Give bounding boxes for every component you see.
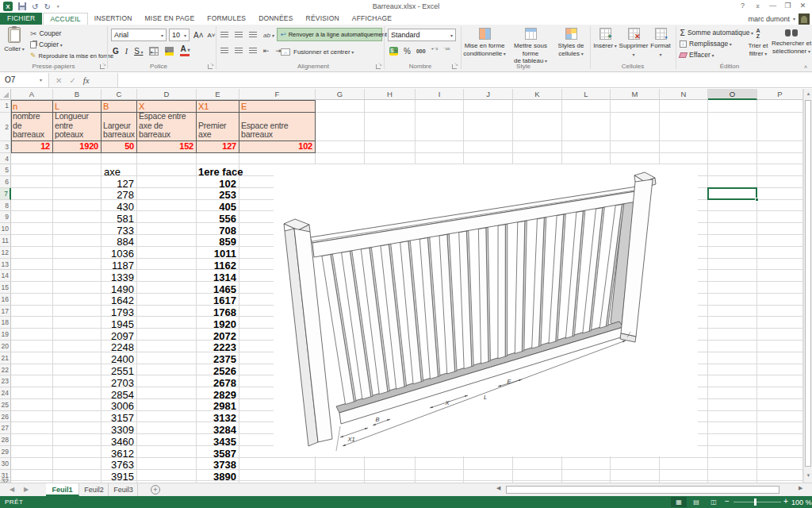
row-header-28[interactable]: 28 (0, 434, 11, 446)
zoom-slider-thumb[interactable] (754, 498, 756, 506)
cell-C17[interactable]: 1793 (102, 307, 134, 318)
cell-C19[interactable]: 2097 (102, 331, 134, 341)
horizontal-scrollbar[interactable] (504, 485, 796, 495)
cell-C5[interactable]: axe (104, 167, 135, 177)
cell-E6[interactable]: 102 (197, 179, 236, 189)
format-as-table-button[interactable]: Mettre sous formede tableau (506, 28, 555, 66)
ribbon-tab-accueil[interactable]: ACCUEIL (43, 13, 87, 25)
cell-E19[interactable]: 2072 (197, 331, 236, 341)
fill-handle[interactable] (755, 198, 759, 202)
row-header-16[interactable]: 16 (0, 294, 11, 306)
percent-icon[interactable]: % (404, 47, 411, 56)
sheet-tab-feuil2[interactable]: Feuil2 (80, 483, 109, 496)
bold-button[interactable]: G (113, 47, 119, 56)
cell-E31[interactable]: 3890 (197, 471, 236, 482)
thousands-icon[interactable]: 000 (416, 48, 426, 54)
enter-icon[interactable]: ✓ (69, 76, 75, 85)
user-account[interactable]: marc dumont ▾ (748, 13, 810, 25)
delete-cells-button[interactable]: ✕ Supprimer (619, 28, 649, 59)
wrap-text-button[interactable]: ↩ Renvoyer à la ligne automatiquement (277, 28, 382, 41)
ribbon-tab-mise-en-page[interactable]: MISE EN PAGE (139, 13, 201, 25)
cell-C18[interactable]: 1945 (102, 319, 134, 329)
row-header-9[interactable]: 9 (0, 211, 11, 223)
align-middle-icon[interactable] (235, 32, 243, 38)
cell-A2[interactable]: nombre de barreaux (11, 113, 53, 141)
excel-app-icon[interactable]: X (3, 2, 13, 11)
cell-C3[interactable]: 50 (102, 141, 137, 153)
cell-E29[interactable]: 3587 (197, 448, 236, 459)
cell-E14[interactable]: 1314 (197, 272, 236, 283)
sheet-tab-feuil1[interactable]: Feuil1 (46, 483, 79, 496)
cell-E7[interactable]: 253 (197, 190, 236, 200)
column-header-N[interactable]: N (660, 89, 708, 100)
copy-button[interactable]: Copier (30, 40, 63, 49)
cell-C6[interactable]: 127 (102, 179, 134, 189)
cell-C23[interactable]: 2703 (102, 378, 134, 388)
cell-F2[interactable]: Espace entre barreaux (239, 113, 316, 141)
number-dialog-launcher[interactable] (452, 64, 457, 69)
column-header-I[interactable]: I (416, 89, 464, 100)
column-header-E[interactable]: E (197, 89, 239, 100)
insert-function-icon[interactable]: fx (83, 75, 90, 85)
close-icon[interactable]: ✕ (795, 1, 810, 11)
row-header-27[interactable]: 27 (0, 422, 11, 434)
zoom-out-icon[interactable]: − (725, 497, 730, 506)
row-header-26[interactable]: 26 (0, 411, 11, 423)
cell-E24[interactable]: 2829 (197, 390, 236, 400)
cell-C7[interactable]: 278 (102, 190, 134, 200)
row-header-2[interactable]: 2 (0, 113, 11, 141)
row-header-10[interactable]: 10 (0, 223, 11, 235)
cell-E10[interactable]: 708 (197, 225, 236, 236)
cut-button[interactable]: ✂ Couper (30, 29, 61, 38)
row-header-11[interactable]: 11 (0, 235, 11, 247)
fill-button[interactable]: Remplissage (680, 39, 732, 48)
row-header-20[interactable]: 20 (0, 341, 11, 352)
align-top-icon[interactable] (220, 32, 228, 38)
sheet-tab-feuil3[interactable]: Feuil3 (109, 483, 138, 496)
cell-D3[interactable]: 152 (137, 141, 197, 153)
cell-C2[interactable]: Largeur barreaux (102, 113, 137, 141)
selected-cell[interactable] (707, 187, 757, 200)
cell-C31[interactable]: 3915 (102, 471, 134, 482)
formula-input[interactable] (117, 73, 812, 87)
cell-C20[interactable]: 2248 (102, 342, 134, 352)
cell-E11[interactable]: 859 (197, 237, 236, 247)
redo-icon[interactable]: ↻ (44, 2, 50, 11)
insert-cells-button[interactable]: + Insérer (593, 28, 617, 51)
zoom-in-icon[interactable]: + (783, 497, 788, 506)
column-header-C[interactable]: C (102, 89, 137, 100)
align-left-icon[interactable] (220, 48, 228, 54)
cell-C28[interactable]: 3460 (102, 437, 134, 447)
merge-center-button[interactable]: ↔ Fusionner et centrer (278, 45, 356, 58)
row-header-25[interactable]: 25 (0, 399, 11, 411)
cell-C25[interactable]: 3006 (102, 401, 134, 411)
restore-icon[interactable]: ❐ (780, 1, 795, 11)
row-header-12[interactable]: 12 (0, 247, 11, 259)
column-header-L[interactable]: L (562, 89, 611, 100)
column-header-G[interactable]: G (316, 89, 365, 100)
row-header-4[interactable]: 4 (0, 153, 11, 165)
row-header-3[interactable]: 3 (0, 141, 11, 153)
cell-C24[interactable]: 2854 (102, 390, 134, 400)
row-header-30[interactable]: 30 (0, 458, 11, 470)
row-header-22[interactable]: 22 (0, 364, 11, 376)
cell-styles-button[interactable]: Styles decellules (555, 28, 587, 58)
column-header-H[interactable]: H (365, 89, 416, 100)
row-header-19[interactable]: 19 (0, 329, 11, 341)
row-header-5[interactable]: 5 (0, 164, 11, 176)
scroll-up-icon[interactable]: ▲ (804, 91, 812, 96)
fill-color-icon[interactable] (165, 47, 174, 56)
font-color-icon[interactable]: A (180, 45, 190, 56)
row-header-24[interactable]: 24 (0, 387, 11, 399)
sheet-nav-prev-icon[interactable]: ◀ (10, 483, 14, 496)
column-header-B[interactable]: B (53, 89, 102, 100)
row-header-7[interactable]: 7 (0, 188, 11, 200)
cell-C1[interactable]: B (102, 100, 137, 113)
cell-C27[interactable]: 3309 (102, 425, 134, 435)
row-header-15[interactable]: 15 (0, 282, 11, 294)
clear-button[interactable]: Effacer (680, 50, 714, 60)
cell-C30[interactable]: 3763 (102, 460, 134, 470)
grow-font-icon[interactable]: A˄ (193, 31, 204, 40)
cell-C16[interactable]: 1642 (102, 295, 134, 306)
cell-C21[interactable]: 2400 (102, 354, 134, 364)
